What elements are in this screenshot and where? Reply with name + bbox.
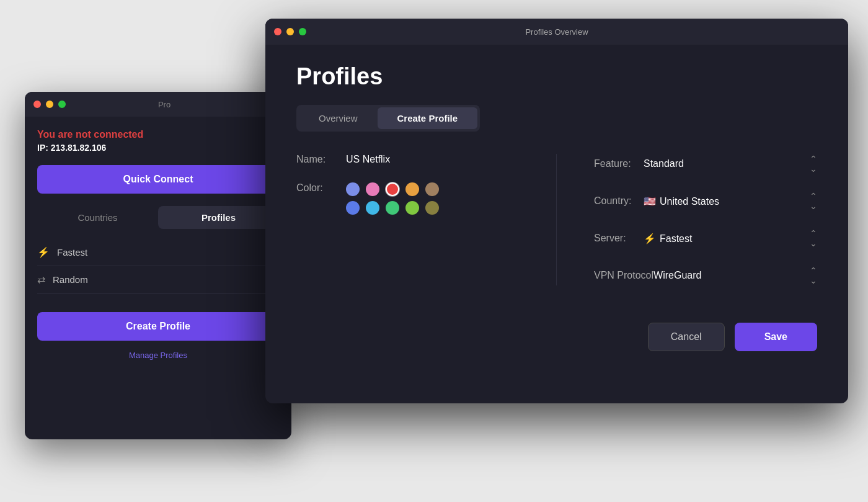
tab-profiles[interactable]: Profiles [158, 206, 279, 229]
feature-value: Standard [644, 158, 810, 169]
color-dot-6[interactable] [366, 201, 379, 215]
cancel-button[interactable]: Cancel [648, 323, 725, 351]
profile-fastest[interactable]: ⚡ Fastest [37, 239, 279, 266]
fg-titlebar: Profiles Overview [265, 19, 848, 45]
server-row: Server: ⚡Fastest ⌃⌄ [594, 228, 817, 248]
fg-maximize-button[interactable] [299, 28, 306, 35]
close-button[interactable] [33, 101, 41, 108]
country-row: Country: 🇺🇸United States ⌃⌄ [594, 191, 817, 211]
color-dot-5[interactable] [346, 201, 360, 215]
bg-content: You are not connected IP: 213.81.82.106 … [25, 117, 291, 372]
fg-close-button[interactable] [274, 28, 281, 35]
server-value: ⚡Fastest [644, 233, 810, 244]
color-label: Color: [296, 182, 346, 194]
profiles-heading: Profiles [296, 63, 817, 90]
color-dot-3[interactable] [405, 182, 419, 196]
tab-countries[interactable]: Countries [37, 206, 158, 229]
bg-titlebar: Pro [25, 92, 291, 117]
ip-label: IP: 213.81.82.106 [37, 143, 279, 153]
connection-status: You are not connected [37, 129, 279, 140]
server-label: Server: [594, 233, 644, 244]
vpn-protocol-select[interactable]: WireGuard ⌃⌄ [653, 266, 817, 285]
tab-overview[interactable]: Overview [299, 107, 378, 129]
color-row: Color: [296, 182, 519, 215]
server-chevron-icon: ⌃⌄ [810, 228, 817, 248]
color-picker [346, 182, 440, 215]
random-icon: ⇄ [37, 274, 45, 285]
create-profile-button[interactable]: Create Profile [37, 312, 279, 341]
vpn-protocol-row: VPN Protocol WireGuard ⌃⌄ [594, 266, 817, 285]
vpn-protocol-label: VPN Protocol [594, 270, 653, 281]
quick-connect-button[interactable]: Quick Connect [37, 165, 279, 194]
form-right: Feature: Standard ⌃⌄ Country: 🇺🇸United S… [557, 154, 817, 285]
country-flag: 🇺🇸 [644, 196, 656, 207]
profile-random[interactable]: ⇄ Random [37, 266, 279, 294]
tab-create-profile[interactable]: Create Profile [378, 107, 478, 129]
form-grid: Name: US Netflix Color: Feature: Standar… [296, 154, 817, 285]
country-label: Country: [594, 195, 644, 207]
color-dot-2[interactable] [386, 182, 399, 196]
server-lightning-icon: ⚡ [644, 233, 656, 244]
fg-window-title: Profiles Overview [525, 27, 588, 37]
minimize-button[interactable] [46, 101, 53, 108]
save-button[interactable]: Save [735, 323, 817, 351]
color-dot-8[interactable] [405, 201, 419, 215]
name-value[interactable]: US Netflix [346, 154, 519, 165]
fg-window: Profiles Overview Profiles Overview Crea… [265, 19, 848, 403]
manage-profiles-link[interactable]: Manage Profiles [37, 351, 279, 360]
fg-tabs: Overview Create Profile [296, 105, 480, 132]
name-row: Name: US Netflix [296, 154, 519, 165]
feature-label: Feature: [594, 158, 644, 169]
feature-select[interactable]: Standard ⌃⌄ [644, 154, 817, 174]
action-row: Cancel Save [296, 323, 817, 351]
form-left: Name: US Netflix Color: [296, 154, 557, 285]
color-dot-0[interactable] [346, 182, 360, 196]
feature-chevron-icon: ⌃⌄ [810, 154, 817, 174]
color-dot-7[interactable] [386, 201, 399, 215]
feature-row: Feature: Standard ⌃⌄ [594, 154, 817, 174]
server-select[interactable]: ⚡Fastest ⌃⌄ [644, 228, 817, 248]
country-value: 🇺🇸United States [644, 195, 810, 207]
maximize-button[interactable] [58, 101, 66, 108]
name-label: Name: [296, 154, 346, 165]
fastest-icon: ⚡ [37, 246, 50, 258]
main-tabs: Countries Profiles [37, 206, 279, 229]
vpn-protocol-value: WireGuard [653, 270, 810, 281]
country-chevron-icon: ⌃⌄ [810, 191, 817, 211]
country-select[interactable]: 🇺🇸United States ⌃⌄ [644, 191, 817, 211]
fg-content: Profiles Overview Create Profile Name: U… [265, 45, 848, 370]
color-dot-4[interactable] [425, 182, 439, 196]
fg-minimize-button[interactable] [286, 28, 294, 35]
bg-window: Pro You are not connected IP: 213.81.82.… [25, 92, 291, 439]
color-dot-1[interactable] [366, 182, 379, 196]
vpn-protocol-chevron-icon: ⌃⌄ [810, 266, 817, 285]
bg-window-title: Pro [71, 100, 258, 109]
color-dot-9[interactable] [425, 201, 439, 215]
